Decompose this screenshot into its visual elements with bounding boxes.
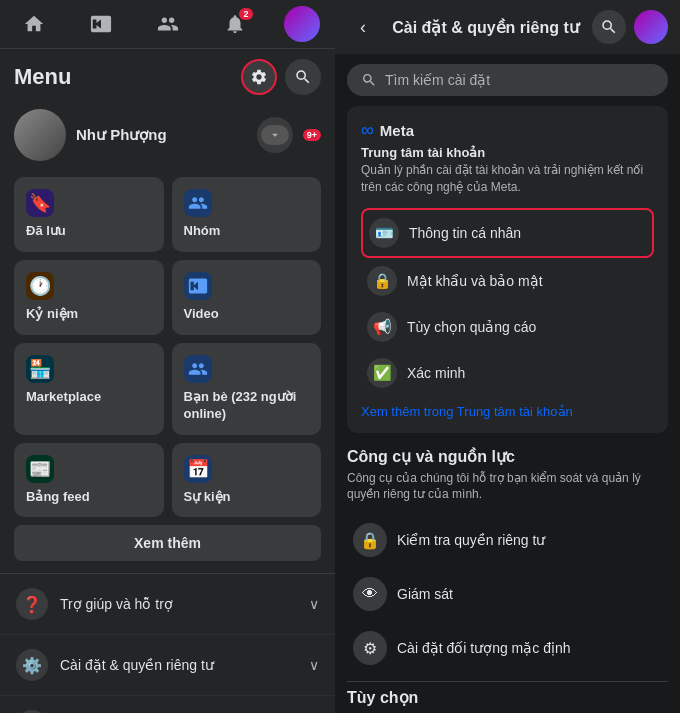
feed-icon: 📰 [26, 455, 54, 483]
friends-icon [184, 355, 212, 383]
memories-label: Kỷ niệm [26, 306, 152, 323]
privacy-check-icon: 🔒 [353, 523, 387, 557]
search-btn[interactable] [285, 59, 321, 95]
settings-chevron: ∨ [309, 657, 319, 673]
profile-notif-badge: 9+ [303, 129, 321, 141]
grid-item-video[interactable]: Video [172, 260, 322, 335]
bottom-menu: ❓ Trợ giúp và hỗ trợ ∨ ⚙️ Cài đặt & quyề… [0, 573, 335, 713]
help-chevron: ∨ [309, 596, 319, 612]
monitor-label: Giám sát [397, 586, 453, 602]
grid-item-memories[interactable]: 🕐 Kỷ niệm [14, 260, 164, 335]
search-placeholder: Tìm kiếm cài đặt [385, 72, 490, 88]
tools-heading: Công cụ và nguồn lực [347, 447, 668, 466]
right-search-btn[interactable] [592, 10, 626, 44]
help-icon: ❓ [16, 588, 48, 620]
nav-avatar[interactable] [280, 6, 324, 42]
grid-item-friends[interactable]: Bạn bè (232 người online) [172, 343, 322, 435]
help-label: Trợ giúp và hỗ trợ [60, 596, 173, 612]
password-label: Mật khẩu và bảo mật [407, 273, 543, 289]
events-label: Sự kiện [184, 489, 310, 506]
right-header: ‹ Cài đặt & quyền riêng tư [335, 0, 680, 54]
tool-item-audience[interactable]: ⚙ Cài đặt đối tượng mặc định [347, 621, 668, 675]
memories-icon: 🕐 [26, 272, 54, 300]
tools-desc: Công cụ của chúng tôi hỗ trợ bạn kiểm so… [347, 470, 668, 504]
right-header-actions [592, 10, 668, 44]
nav-friends[interactable] [146, 6, 190, 42]
meta-desc: Quản lý phần cài đặt tài khoản và trải n… [361, 162, 654, 196]
settings-left: ⚙️ Cài đặt & quyền riêng tư [16, 649, 214, 681]
menu-header: Menu [0, 49, 335, 101]
section-divider [347, 681, 668, 682]
tool-item-monitor[interactable]: 👁 Giám sát [347, 567, 668, 621]
left-panel: 2 Menu Như Phượng 9+ [0, 0, 335, 713]
meta-item-password[interactable]: 🔒 Mật khẩu và bảo mật [361, 258, 654, 304]
menu-grid: 🔖 Đã lưu Nhóm 🕐 Kỷ niệm Video 🏪 Marketpl… [0, 169, 335, 525]
see-more-btn[interactable]: Xem thêm [14, 525, 321, 561]
tools-section: Công cụ và nguồn lực Công cụ của chúng t… [347, 447, 668, 676]
personal-info-icon: 🪪 [369, 218, 399, 248]
profile-row: Như Phượng 9+ [0, 101, 335, 169]
settings-label: Cài đặt & quyền riêng tư [60, 657, 214, 673]
ads-icon: 📢 [367, 312, 397, 342]
right-content: ∞ Meta Trung tâm tài khoản Quản lý phần … [335, 106, 680, 713]
marketplace-label: Marketplace [26, 389, 152, 406]
verify-icon: ✅ [367, 358, 397, 388]
meta-item-ads[interactable]: 📢 Tùy chọn quảng cáo [361, 304, 654, 350]
help-left: ❓ Trợ giúp và hỗ trợ [16, 588, 173, 620]
meta-logo-row: ∞ Meta [361, 120, 654, 141]
events-icon: 📅 [184, 455, 212, 483]
audience-label: Cài đặt đối tượng mặc định [397, 640, 571, 656]
verify-label: Xác minh [407, 365, 465, 381]
right-panel: ‹ Cài đặt & quyền riêng tư Tìm kiếm cài … [335, 0, 680, 713]
saved-icon: 🔖 [26, 189, 54, 217]
nav-video[interactable] [79, 6, 123, 42]
friends-label: Bạn bè (232 người online) [184, 389, 310, 423]
meta-account-section: ∞ Meta Trung tâm tài khoản Quản lý phần … [347, 106, 668, 433]
meta-subtitle: Trung tâm tài khoản [361, 145, 654, 160]
video-label: Video [184, 306, 310, 323]
profile-name: Như Phượng [76, 126, 247, 144]
monitor-icon: 👁 [353, 577, 387, 611]
grid-item-events[interactable]: 📅 Sự kiện [172, 443, 322, 518]
meta-center-link[interactable]: Xem thêm trong Trung tâm tài khoản [361, 404, 654, 419]
ads-label: Tùy chọn quảng cáo [407, 319, 536, 335]
right-user-avatar [634, 10, 668, 44]
settings-icon: ⚙️ [16, 649, 48, 681]
grid-item-groups[interactable]: Nhóm [172, 177, 322, 252]
settings-search-bar[interactable]: Tìm kiếm cài đặt [347, 64, 668, 96]
grid-item-feed[interactable]: 📰 Bảng feed [14, 443, 164, 518]
settings-menu-item[interactable]: ⚙️ Cài đặt & quyền riêng tư ∨ [0, 635, 335, 696]
meta-item-verify[interactable]: ✅ Xác minh [361, 350, 654, 396]
groups-icon [184, 189, 212, 217]
options-heading: Tùy chọn [347, 688, 668, 707]
settings-btn[interactable] [241, 59, 277, 95]
marketplace-icon: 🏪 [26, 355, 54, 383]
menu-title: Menu [14, 64, 71, 90]
groups-label: Nhóm [184, 223, 310, 240]
profile-actions [257, 117, 293, 153]
grid-item-saved[interactable]: 🔖 Đã lưu [14, 177, 164, 252]
personal-info-label: Thông tin cá nhân [409, 225, 521, 241]
meta-logo-symbol: ∞ [361, 120, 374, 141]
meta-menu-item[interactable]: ⊞ Cũng từ Meta ∧ [0, 696, 335, 713]
nav-bell[interactable]: 2 [213, 6, 257, 42]
avatar-circle [284, 6, 320, 42]
top-nav: 2 [0, 0, 335, 49]
bell-badge: 2 [239, 8, 252, 20]
tool-item-privacy-check[interactable]: 🔒 Kiểm tra quyền riêng tư [347, 513, 668, 567]
audience-icon: ⚙ [353, 631, 387, 665]
grid-item-marketplace[interactable]: 🏪 Marketplace [14, 343, 164, 435]
profile-switch-btn[interactable] [257, 117, 293, 153]
saved-label: Đã lưu [26, 223, 152, 240]
meta-brand-name: Meta [380, 122, 414, 139]
options-section: Tùy chọn Tùy chỉnh trải nghiệm của bạn t… [347, 688, 668, 713]
menu-header-icons [241, 59, 321, 95]
video-icon [184, 272, 212, 300]
meta-item-personal[interactable]: 🪪 Thông tin cá nhân [361, 208, 654, 258]
nav-home[interactable] [12, 6, 56, 42]
back-btn[interactable]: ‹ [347, 11, 379, 43]
feed-label: Bảng feed [26, 489, 152, 506]
password-security-icon: 🔒 [367, 266, 397, 296]
help-menu-item[interactable]: ❓ Trợ giúp và hỗ trợ ∨ [0, 574, 335, 635]
privacy-check-label: Kiểm tra quyền riêng tư [397, 532, 545, 548]
